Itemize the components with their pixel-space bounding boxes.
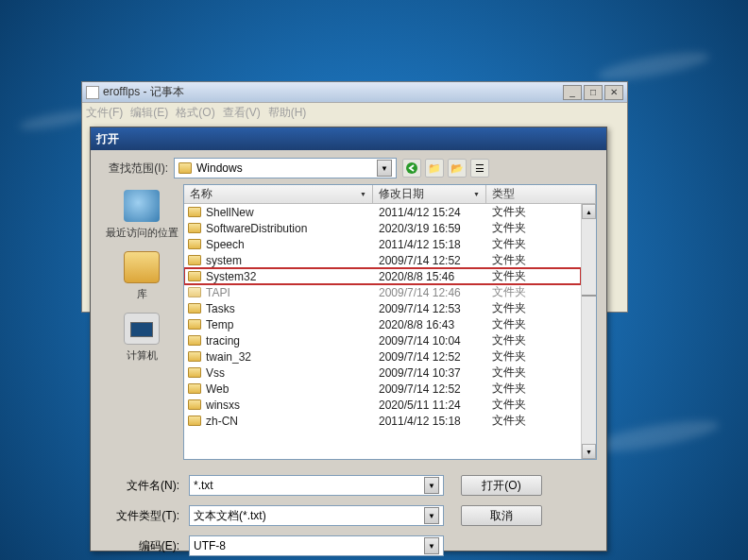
folder-up-icon: 📁 bbox=[428, 162, 441, 175]
dialog-title: 打开 bbox=[96, 131, 119, 147]
table-row[interactable]: tracing2009/7/14 10:04文件夹 bbox=[184, 332, 581, 348]
lookin-value: Windows bbox=[196, 161, 373, 175]
places-bar: 最近访问的位置 库 计算机 bbox=[100, 184, 183, 460]
encoding-select[interactable]: UTF-8 ▼ bbox=[189, 535, 444, 556]
place-library[interactable]: 库 bbox=[100, 251, 183, 301]
row-date: 2020/8/8 16:43 bbox=[373, 318, 486, 331]
chevron-down-icon[interactable]: ▼ bbox=[424, 537, 439, 554]
table-row[interactable]: ShellNew2011/4/12 15:24文件夹 bbox=[184, 204, 581, 220]
row-name: winsxs bbox=[206, 399, 240, 412]
sort-icon: ▼ bbox=[473, 191, 480, 197]
filename-input[interactable]: *.txt ▼ bbox=[189, 475, 444, 496]
new-folder-icon: 📂 bbox=[450, 162, 464, 175]
new-folder-button[interactable]: 📂 bbox=[448, 159, 467, 178]
scroll-down-icon[interactable]: ▼ bbox=[582, 444, 596, 459]
table-row[interactable]: System322020/8/8 15:46文件夹 bbox=[184, 268, 581, 284]
menu-file[interactable]: 文件(F) bbox=[86, 105, 123, 121]
filetype-select[interactable]: 文本文档(*.txt) ▼ bbox=[189, 505, 444, 526]
folder-icon bbox=[188, 367, 201, 378]
row-type: 文件夹 bbox=[486, 348, 581, 365]
table-row[interactable]: Temp2020/8/8 16:43文件夹 bbox=[184, 316, 581, 332]
table-row[interactable]: zh-CN2011/4/12 15:18文件夹 bbox=[184, 413, 581, 429]
up-button[interactable]: 📁 bbox=[425, 159, 444, 178]
row-date: 2011/4/12 15:18 bbox=[373, 238, 486, 251]
table-row[interactable]: Tasks2009/7/14 12:53文件夹 bbox=[184, 300, 581, 316]
menu-format[interactable]: 格式(O) bbox=[176, 105, 214, 121]
filetype-value: 文本文档(*.txt) bbox=[194, 508, 420, 524]
library-icon bbox=[124, 251, 160, 283]
close-button[interactable]: ✕ bbox=[604, 85, 623, 100]
filename-label: 文件名(N): bbox=[110, 478, 189, 494]
file-list-panel: 名称▼ 修改日期▼ 类型 ShellNew2011/4/12 15:24文件夹S… bbox=[183, 184, 597, 460]
folder-icon bbox=[188, 319, 201, 330]
filetype-label: 文件类型(T): bbox=[110, 508, 189, 524]
table-row[interactable]: system2009/7/14 12:52文件夹 bbox=[184, 252, 581, 268]
encoding-label: 编码(E): bbox=[110, 538, 189, 554]
lookin-combo[interactable]: Windows ▼ bbox=[174, 158, 397, 178]
table-row[interactable]: Web2009/7/14 12:52文件夹 bbox=[184, 381, 581, 397]
dialog-titlebar[interactable]: 打开 bbox=[91, 127, 606, 150]
filename-value: *.txt bbox=[194, 479, 420, 492]
place-library-label: 库 bbox=[100, 287, 183, 301]
menu-view[interactable]: 查看(V) bbox=[223, 105, 261, 121]
table-row[interactable]: SoftwareDistribution2020/3/19 16:59文件夹 bbox=[184, 220, 581, 236]
row-name: Tasks bbox=[206, 302, 235, 315]
table-row[interactable]: twain_322009/7/14 12:52文件夹 bbox=[184, 348, 581, 365]
folder-icon bbox=[188, 223, 201, 233]
row-date: 2020/3/19 16:59 bbox=[373, 222, 486, 235]
views-icon: ☰ bbox=[475, 162, 484, 175]
row-type: 文件夹 bbox=[486, 413, 581, 429]
place-recent-label: 最近访问的位置 bbox=[100, 226, 183, 240]
file-rows: ShellNew2011/4/12 15:24文件夹SoftwareDistri… bbox=[184, 204, 581, 459]
chevron-down-icon[interactable]: ▼ bbox=[424, 507, 439, 524]
encoding-value: UTF-8 bbox=[194, 539, 420, 552]
notepad-title: erofflps - 记事本 bbox=[103, 84, 184, 100]
folder-icon bbox=[188, 399, 201, 410]
row-type: 文件夹 bbox=[486, 252, 581, 268]
notepad-titlebar[interactable]: erofflps - 记事本 _ □ ✕ bbox=[82, 82, 627, 103]
svg-point-0 bbox=[406, 162, 417, 174]
folder-icon bbox=[188, 255, 201, 265]
cancel-button[interactable]: 取消 bbox=[461, 505, 542, 526]
row-name: system bbox=[206, 254, 242, 267]
col-date[interactable]: 修改日期▼ bbox=[373, 185, 486, 203]
folder-icon bbox=[188, 207, 201, 217]
folder-icon bbox=[188, 335, 201, 346]
chevron-down-icon[interactable]: ▼ bbox=[424, 477, 439, 494]
row-name: ShellNew bbox=[206, 206, 254, 219]
col-type[interactable]: 类型 bbox=[486, 185, 596, 203]
chevron-down-icon[interactable]: ▼ bbox=[377, 160, 392, 177]
table-row[interactable]: winsxs2020/5/11 11:24文件夹 bbox=[184, 397, 581, 413]
table-row[interactable]: Vss2009/7/14 10:37文件夹 bbox=[184, 365, 581, 381]
row-date: 2009/7/14 12:46 bbox=[373, 286, 486, 299]
row-date: 2009/7/14 10:04 bbox=[373, 334, 486, 348]
table-row[interactable]: TAPI2009/7/14 12:46文件夹 bbox=[184, 284, 581, 300]
menu-edit[interactable]: 编辑(E) bbox=[130, 105, 168, 121]
col-name[interactable]: 名称▼ bbox=[184, 185, 373, 203]
views-button[interactable]: ☰ bbox=[470, 159, 489, 178]
row-name: System32 bbox=[206, 270, 256, 283]
minimize-button[interactable]: _ bbox=[563, 85, 582, 100]
place-recent[interactable]: 最近访问的位置 bbox=[100, 190, 183, 240]
place-computer[interactable]: 计算机 bbox=[100, 313, 183, 363]
scroll-thumb[interactable] bbox=[582, 295, 596, 297]
row-date: 2011/4/12 15:18 bbox=[373, 415, 486, 428]
row-type: 文件夹 bbox=[486, 284, 581, 300]
open-button[interactable]: 打开(O) bbox=[461, 475, 542, 496]
folder-icon bbox=[188, 239, 201, 249]
row-date: 2011/4/12 15:24 bbox=[373, 206, 486, 219]
back-button[interactable] bbox=[402, 159, 421, 178]
notepad-icon bbox=[86, 86, 99, 99]
folder-icon bbox=[188, 351, 201, 362]
row-name: twain_32 bbox=[206, 350, 251, 364]
folder-icon bbox=[188, 303, 201, 314]
scrollbar[interactable]: ▲ ▼ bbox=[581, 204, 596, 459]
lookin-label: 查找范围(I): bbox=[100, 161, 174, 177]
maximize-button[interactable]: □ bbox=[584, 85, 603, 100]
computer-icon bbox=[124, 313, 160, 345]
menu-help[interactable]: 帮助(H) bbox=[268, 105, 307, 121]
row-type: 文件夹 bbox=[486, 204, 581, 220]
scroll-up-icon[interactable]: ▲ bbox=[582, 204, 596, 219]
table-row[interactable]: Speech2011/4/12 15:18文件夹 bbox=[184, 236, 581, 252]
row-type: 文件夹 bbox=[486, 365, 581, 381]
